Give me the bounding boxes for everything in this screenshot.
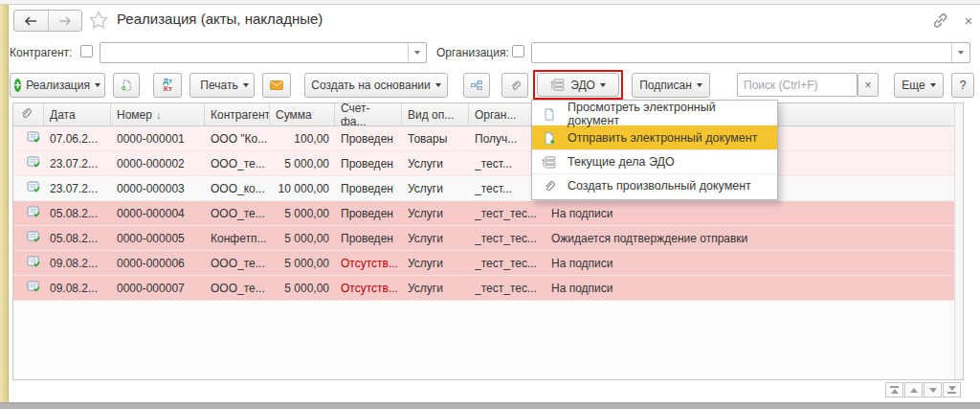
table-body: 07.06.2...0000-000001ООО "Ко...100,00Про… [13, 126, 963, 301]
table-row[interactable]: 23.07.2...0000-000003ООО_ко...10 000,00П… [13, 176, 963, 201]
get-link-icon[interactable] [931, 11, 950, 31]
edo-icon [550, 78, 566, 92]
menu-item-label: Отправить электронный документ [568, 131, 757, 145]
edo-button[interactable]: ЭДО [537, 73, 619, 97]
cell-organization: _тест_тес... [469, 226, 546, 250]
more-button[interactable]: Еще [894, 73, 944, 98]
counterparty-input[interactable] [100, 42, 427, 63]
cell-amount: 5 000,00 [270, 151, 335, 175]
cell-invoice: Проведен [335, 151, 402, 175]
column-header-date[interactable]: Дата [44, 103, 111, 125]
counterparty-checkbox[interactable] [80, 45, 93, 57]
signed-filter-button[interactable]: Подписан [632, 73, 710, 98]
cell-operation-type: Услуги [402, 276, 469, 300]
copy-document-icon [121, 78, 132, 93]
previous-row-button[interactable] [904, 382, 923, 398]
history-nav-group [13, 10, 82, 32]
cell-invoice: Отсутств... [335, 276, 402, 300]
related-documents-button[interactable] [463, 73, 490, 98]
cell-attachment [13, 151, 44, 175]
table-row[interactable]: 09.08.2...0000-000007ООО_те...5 000,00От… [13, 276, 963, 301]
forward-button[interactable] [49, 11, 82, 31]
cell-amount: 100,00 [270, 126, 335, 150]
column-header-optype[interactable]: Вид оп... [402, 103, 469, 125]
menu-item[interactable]: Создать произвольный документ [532, 173, 777, 197]
organization-input[interactable] [531, 42, 970, 63]
print-button[interactable]: Печать [189, 73, 255, 98]
previous-row-icon [910, 388, 918, 393]
column-header-amount[interactable]: Сумма [270, 103, 335, 125]
cell-operation-type: Товары [402, 126, 469, 150]
cell-edo-status: Ожидается подтверждение отправки [546, 226, 957, 250]
cell-date: 05.08.2... [44, 201, 111, 225]
cell-edo-status: На подписи [546, 251, 957, 275]
copy-document-button[interactable] [113, 73, 140, 98]
favorite-star-icon[interactable] [88, 10, 109, 31]
documents-table: ДатаНомер↓КонтрагентСуммаСчет-фа...Вид о… [12, 102, 964, 380]
email-button[interactable] [262, 73, 291, 98]
menu-item[interactable]: Просмотреть электронный документ [532, 102, 777, 125]
cell-counterparty: ООО_те... [205, 201, 270, 225]
cell-attachment [13, 176, 44, 200]
create-based-on-button[interactable]: Создать на основании [304, 73, 448, 98]
table-row[interactable]: 05.08.2...0000-000004ООО_те...5 000,00Пр… [13, 201, 963, 226]
last-row-icon [948, 386, 956, 391]
cell-invoice: Проведен [335, 126, 402, 150]
first-row-icon [891, 389, 899, 394]
table-row[interactable]: 07.06.2...0000-000001ООО "Ко...100,00Про… [13, 126, 963, 151]
dtkt-postings-button[interactable]: ДтКт [153, 73, 182, 98]
column-label: Счет-фа... [341, 103, 395, 125]
cell-edo-status: На подписи [546, 201, 957, 225]
table-row[interactable]: 05.08.2...0000-000005Конфетп...5 000,00П… [13, 226, 963, 251]
print-label: Печать [200, 79, 237, 92]
envelope-icon [270, 80, 283, 91]
go-last-row-button[interactable] [943, 382, 961, 398]
menu-item[interactable]: Отправить электронный документ [532, 125, 777, 149]
next-row-button[interactable] [924, 382, 942, 398]
column-header-number[interactable]: Номер↓ [111, 103, 205, 125]
cell-invoice: Проведен [335, 176, 402, 200]
next-row-icon [929, 388, 937, 393]
table-row[interactable]: 23.07.2...0000-000002ООО_те...5 000,00Пр… [13, 151, 963, 176]
cell-number: 0000-000007 [111, 276, 205, 300]
attachments-button[interactable] [501, 73, 528, 98]
search-clear-button[interactable]: × [858, 73, 879, 97]
cell-counterparty: ООО_те... [205, 251, 270, 275]
counterparty-dropdown-icon[interactable] [408, 43, 426, 62]
edo-stack-icon [541, 155, 557, 170]
cell-invoice: Проведен [335, 201, 402, 225]
back-button[interactable] [14, 11, 49, 31]
organization-checkbox[interactable] [512, 45, 524, 57]
paperclip-icon [541, 180, 557, 193]
row-navigation [885, 382, 961, 398]
chevron-down-icon [930, 83, 936, 87]
vertical-scrollbar[interactable] [954, 103, 963, 379]
posted-document-icon [27, 281, 41, 296]
paperclip-icon [509, 79, 521, 93]
organization-label: Организация: [436, 46, 509, 59]
forward-arrow-icon [58, 16, 72, 26]
column-label: Сумма [276, 108, 312, 122]
cell-attachment [13, 201, 44, 225]
menu-item[interactable]: Текущие дела ЭДО [532, 149, 777, 173]
cell-invoice: Отсутств... [335, 251, 402, 275]
cell-amount: 5 000,00 [270, 226, 335, 250]
menu-item-label: Текущие дела ЭДО [568, 155, 675, 169]
close-icon[interactable]: × [960, 11, 977, 30]
organization-dropdown-icon[interactable] [951, 43, 969, 62]
create-realization-button[interactable]: + Реализация [10, 73, 105, 98]
cell-counterparty: ООО_те... [205, 151, 270, 175]
table-row[interactable]: 09.08.2...0000-000006ООО_те...5 000,00От… [13, 251, 963, 276]
cell-attachment [13, 226, 44, 250]
column-header-counterparty[interactable]: Контрагент [205, 103, 270, 125]
go-first-row-button[interactable] [885, 382, 903, 398]
column-header-invoice[interactable]: Счет-фа... [335, 103, 402, 125]
help-button[interactable]: ? [951, 73, 974, 98]
search-input[interactable] [737, 73, 858, 97]
column-header-attach[interactable] [13, 103, 44, 125]
column-label: Номер [117, 108, 152, 122]
counterparty-label: Контрагент: [10, 46, 72, 59]
cell-operation-type: Услуги [402, 251, 469, 275]
structure-icon [471, 78, 482, 93]
search-field[interactable] [738, 74, 857, 96]
